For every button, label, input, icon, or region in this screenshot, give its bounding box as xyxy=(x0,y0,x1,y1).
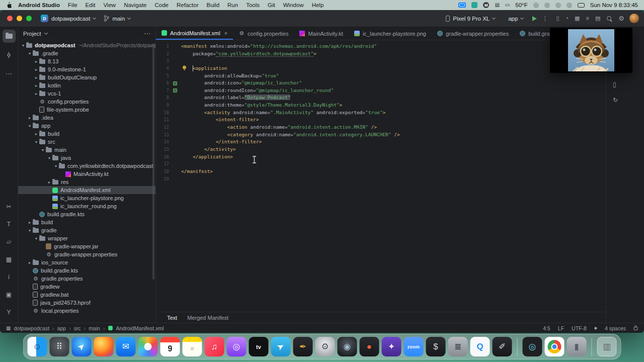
settings-gear-icon[interactable] xyxy=(618,15,624,22)
expand-chevron-icon[interactable] xyxy=(33,67,39,72)
dock-pen-app[interactable]: ✐ xyxy=(493,337,512,356)
tree-item-kotlin[interactable]: kotlin xyxy=(18,81,155,89)
breadcrumb-dotpawpodcast[interactable]: dotpawpodcast xyxy=(14,325,49,331)
dock-star-app[interactable]: ✦ xyxy=(382,337,401,356)
dock-launchpad[interactable]: ⠿ xyxy=(50,337,69,356)
launcher-resource-gutter-icon[interactable] xyxy=(173,81,177,85)
lock-icon[interactable] xyxy=(633,325,638,331)
m-badge-icon[interactable]: M xyxy=(483,2,489,8)
code-line-11[interactable]: 11 <intent-filter> xyxy=(156,116,606,124)
screen-mirroring-icon[interactable] xyxy=(458,3,466,8)
menu-refactor[interactable]: Refactor xyxy=(177,2,198,8)
code-line-19[interactable]: 19 xyxy=(156,175,606,183)
tree-item-main[interactable]: main xyxy=(18,146,155,154)
code-editor[interactable]: 1<manifest xmlns:android="http://schemas… xyxy=(156,40,606,312)
zoom-window-button[interactable] xyxy=(26,16,32,21)
expand-chevron-icon[interactable] xyxy=(27,116,33,120)
tree-item-mainactivity-kt[interactable]: MainActivity.kt xyxy=(18,170,155,178)
git-branch-selector[interactable]: main xyxy=(100,14,134,23)
code-line-9[interactable]: 9 android:theme="@style/Theme.Material3.… xyxy=(156,102,606,109)
dock-music[interactable]: ♫ xyxy=(205,337,224,356)
menu-extra-icon-1[interactable] xyxy=(533,3,539,8)
tree-item-gradle-properties[interactable]: gradle.properties xyxy=(18,275,155,283)
indentation[interactable]: 4 spaces xyxy=(605,325,626,331)
vcs-branch-icon[interactable]: Y xyxy=(3,306,16,319)
code-line-8[interactable]: 8 android:label="Dotpaw Podcast" xyxy=(156,94,606,102)
notifications-icon[interactable]: ▤ xyxy=(595,16,600,21)
menu-git[interactable]: Git xyxy=(268,2,275,8)
chevron-down-icon[interactable] xyxy=(44,31,48,35)
editor-tab-androidmanifest-xml[interactable]: AndroidManifest.xml xyxy=(156,27,233,40)
code-line-7[interactable]: 7 android:roundIcon="@mipmap/ic_launcher… xyxy=(156,87,606,95)
expand-chevron-icon[interactable] xyxy=(33,236,39,241)
commit-tool-icon[interactable] xyxy=(3,48,16,61)
tree-item-build-gradle-kts[interactable]: build.gradle.kts xyxy=(18,210,155,218)
code-line-18[interactable]: 18</manifest> xyxy=(156,168,606,175)
menu-help[interactable]: Help xyxy=(312,2,324,8)
code-line-6[interactable]: 6 android:icon="@mipmap/ic_launcher" xyxy=(156,79,606,87)
tree-item-gradlew[interactable]: gradlew xyxy=(18,283,155,291)
expand-chevron-icon[interactable] xyxy=(33,140,39,144)
user-avatar[interactable] xyxy=(629,14,639,23)
menu-edit[interactable]: Edit xyxy=(86,2,96,8)
expand-chevron-icon[interactable] xyxy=(40,148,46,152)
menu-file[interactable]: File xyxy=(68,2,77,8)
expand-chevron-icon[interactable] xyxy=(33,59,39,64)
tree-item-ios-source[interactable]: ios_source xyxy=(18,258,155,266)
column-mode-icon[interactable]: ◆ xyxy=(594,326,597,330)
code-line-17[interactable]: 17 xyxy=(156,160,606,168)
copy-tool-icon[interactable]: ▱ xyxy=(3,235,16,248)
menu-tools[interactable]: Tools xyxy=(246,2,260,8)
expand-chevron-icon[interactable] xyxy=(33,92,39,96)
project-tree-scrollbar[interactable] xyxy=(152,43,154,280)
breadcrumb-main[interactable]: main xyxy=(89,325,100,331)
tree-item-build-gradle-kts[interactable]: build.gradle.kts xyxy=(18,266,155,275)
code-line-13[interactable]: 13 <category android:name="android.inten… xyxy=(156,131,606,139)
dock-safari[interactable]: ➤ xyxy=(72,337,92,356)
menu-code[interactable]: Code xyxy=(155,2,169,8)
tree-item-buildoutputcleanup[interactable]: buildOutputCleanup xyxy=(18,73,155,81)
clock[interactable]: Sun Nov 9 8:33:45 xyxy=(590,2,638,8)
dock-list-app[interactable]: ≣ xyxy=(448,337,468,356)
code-line-5[interactable]: 5 android:allowBackup="true" xyxy=(156,72,606,80)
editor-tab-ic-launcher-playstore-png[interactable]: ic_launcher-playstore.png xyxy=(349,27,432,40)
dock-trash[interactable]: ▥ xyxy=(597,337,617,356)
menu-extra-icon-4[interactable] xyxy=(567,3,572,8)
menu-app-name[interactable]: Android Studio xyxy=(18,2,60,8)
dock-zoom[interactable]: zoom xyxy=(404,337,424,356)
code-line-1[interactable]: 1<manifest xmlns:android="http://schemas… xyxy=(156,43,606,50)
breadcrumb-androidmanifest-xml[interactable]: AndroidManifest.xml xyxy=(108,325,164,331)
tree-item-gradle-wrapper-properties[interactable]: gradle-wrapper.properties xyxy=(18,250,155,258)
run-configuration-selector[interactable]: app xyxy=(504,14,527,23)
line-ending[interactable]: LF xyxy=(558,325,564,331)
dock-apple-tv[interactable]: tv xyxy=(249,337,269,356)
tree-item-ic-launcher-round-png[interactable]: ic_launcher_round.png xyxy=(18,202,155,210)
tree-item-file-system-probe[interactable]: file-system.probe xyxy=(18,106,155,114)
dock-system-settings[interactable]: ⚙ xyxy=(315,337,335,356)
tree-item-gradle-wrapper-jar[interactable]: gradle-wrapper.jar xyxy=(18,242,155,250)
launcher-resource-gutter-icon[interactable] xyxy=(173,88,177,93)
tree-item-gradle[interactable]: .gradle xyxy=(18,49,155,57)
tree-item-com-yellowbirdtech-dotpawpodcast[interactable]: com.yellowbirdtech.dotpawpodcast xyxy=(18,162,155,170)
grid-view-icon[interactable]: ▦ xyxy=(575,16,580,21)
grid-tool-icon[interactable]: ▦ xyxy=(3,253,16,266)
layout-inspector-icon[interactable]: ≡ xyxy=(586,16,589,21)
menu-build[interactable]: Build xyxy=(206,2,219,8)
panel-options-icon[interactable] xyxy=(144,30,150,37)
dock-lens-app[interactable]: ◉ xyxy=(338,337,357,356)
dock-terminal[interactable]: $ xyxy=(426,337,446,356)
menu-view[interactable]: View xyxy=(103,2,116,8)
tree-item-gradlew-bat[interactable]: gradlew.bat xyxy=(18,291,155,299)
expand-chevron-icon[interactable] xyxy=(27,124,33,128)
keyboard-icon[interactable]: ▤ xyxy=(495,3,499,8)
expand-chevron-icon[interactable] xyxy=(46,180,52,185)
expand-chevron-icon[interactable] xyxy=(33,132,39,136)
project-panel-title[interactable]: Project xyxy=(23,31,41,37)
dock-photos[interactable] xyxy=(138,337,158,356)
dock-red-orb-app[interactable]: ● xyxy=(360,337,379,356)
code-line-16[interactable]: 16 </application> xyxy=(156,153,606,161)
dock-finder[interactable]: ☺ xyxy=(28,337,47,356)
tree-item-vcs-1[interactable]: vcs-1 xyxy=(18,89,155,98)
breadcrumb-src[interactable]: src xyxy=(74,325,81,331)
code-line-4[interactable]: 4 <application xyxy=(156,65,606,72)
